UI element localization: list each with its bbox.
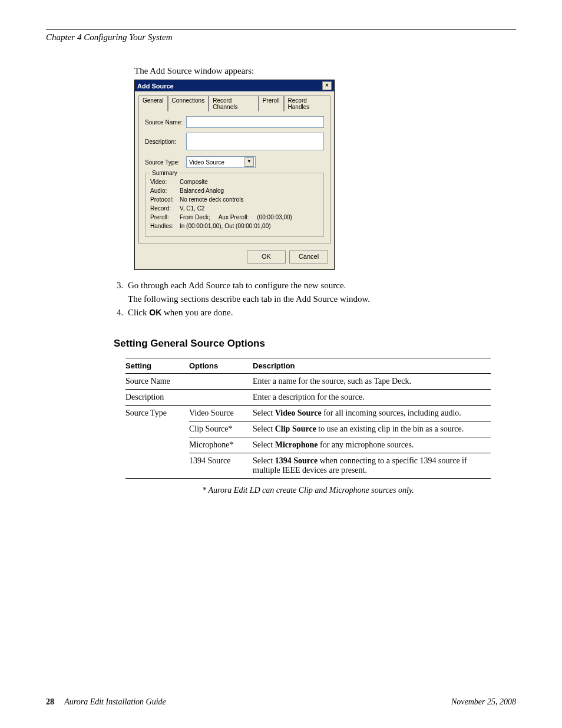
cell-desc: Select Microphone for any microphone sou…	[253, 437, 491, 453]
steps-list: Go through each Add Source tab to config…	[125, 281, 516, 318]
description-label: Description:	[145, 139, 186, 145]
step-3-text: Go through each Add Source tab to config…	[128, 281, 346, 290]
doc-title: Aurora Edit Installation Guide	[64, 697, 166, 706]
tab-panel-general: Source Name: Description: Source Type: V…	[138, 111, 330, 243]
cancel-button[interactable]: Cancel	[289, 251, 328, 263]
cell-desc: Select Video Source for all incoming sou…	[253, 406, 491, 421]
source-type-label: Source Type:	[145, 159, 186, 166]
section-heading: Setting General Source Options	[114, 338, 516, 350]
tab-connections[interactable]: Connections	[168, 95, 209, 111]
dialog-tab-strip: General Connections Record Channels Prer…	[135, 91, 334, 111]
summary-video-label: Video:	[150, 179, 180, 185]
summary-video-value: Composite	[180, 179, 208, 185]
settings-table: Setting Options Description Source Name …	[125, 358, 491, 479]
tab-record-handles[interactable]: Record Handles	[284, 95, 330, 111]
cell-option: 1394 Source	[189, 453, 253, 479]
page-number: 28	[46, 697, 54, 706]
table-row: Source Type Video Source Select Video So…	[125, 406, 491, 421]
summary-record-value: V, C1, C2	[180, 205, 204, 212]
cell-setting: Description	[125, 390, 189, 406]
step-4-pre: Click	[128, 308, 149, 317]
chapter-header: Chapter 4 Configuring Your System	[46, 32, 516, 42]
summary-record-label: Record:	[150, 205, 180, 212]
cell-desc: Select 1394 Source when connecting to a …	[253, 453, 491, 479]
col-header-options: Options	[189, 358, 253, 374]
summary-handles-label: Handles:	[150, 223, 180, 229]
cell-option: Video Source	[189, 406, 253, 421]
source-type-value: Video Source	[189, 159, 224, 166]
cell-option: Microphone*	[189, 437, 253, 453]
cell-option: Clip Source*	[189, 421, 253, 437]
tab-preroll[interactable]: Preroll	[259, 95, 284, 111]
dialog-title: Add Source	[137, 83, 174, 90]
step-4-post: when you are done.	[161, 308, 233, 317]
summary-protocol-value: No remote deck controls	[180, 196, 243, 203]
tab-general[interactable]: General	[138, 95, 168, 111]
step-3-sub: The following sections describe each tab…	[128, 294, 516, 304]
summary-handles-value: In (00:00:01,00), Out (00:00:01,00)	[180, 223, 271, 229]
cell-desc: Select Clip Source to use an existing cl…	[253, 421, 491, 437]
source-name-label: Source Name:	[145, 119, 186, 126]
summary-preroll-value-2: Aux Preroll:	[219, 214, 249, 220]
table-row: Description Enter a description for the …	[125, 390, 491, 406]
step-3: Go through each Add Source tab to config…	[125, 281, 516, 304]
dialog-titlebar: Add Source ×	[135, 80, 334, 91]
summary-audio-label: Audio:	[150, 187, 180, 194]
chevron-down-icon: ▼	[244, 157, 254, 167]
step-4: Click OK when you are done.	[125, 308, 516, 318]
cell-desc: Enter a name for the source, such as Tap…	[253, 374, 491, 390]
summary-legend: Summary	[150, 170, 179, 176]
source-name-input[interactable]	[186, 116, 324, 128]
table-row: Source Name Enter a name for the source,…	[125, 374, 491, 390]
summary-fieldset: Summary Video:Composite Audio:Balanced A…	[145, 173, 324, 237]
page-footer: 28 Aurora Edit Installation Guide Novemb…	[46, 697, 516, 707]
tab-record-channels[interactable]: Record Channels	[209, 95, 258, 111]
cell-desc: Enter a description for the source.	[253, 390, 491, 406]
col-header-setting: Setting	[125, 358, 189, 374]
step-4-bold: OK	[149, 308, 161, 317]
add-source-dialog: Add Source × General Connections Record …	[134, 80, 335, 270]
intro-text: The Add Source window appears:	[134, 66, 516, 76]
summary-audio-value: Balanced Analog	[180, 187, 224, 194]
cell-option	[189, 374, 253, 390]
ok-button[interactable]: OK	[247, 251, 286, 263]
cell-setting: Source Type	[125, 406, 189, 479]
summary-preroll-label: Preroll:	[150, 214, 180, 220]
summary-preroll-value-3: (00:00:03,00)	[257, 214, 292, 220]
col-header-description: Description	[253, 358, 491, 374]
table-footnote: * Aurora Edit LD can create Clip and Mic…	[125, 486, 491, 495]
close-icon[interactable]: ×	[322, 81, 332, 90]
footer-date: November 25, 2008	[451, 697, 516, 707]
summary-preroll-value-1: From Deck;	[180, 214, 210, 220]
cell-option	[189, 390, 253, 406]
summary-protocol-label: Protocol:	[150, 196, 180, 203]
cell-setting: Source Name	[125, 374, 189, 390]
description-input[interactable]	[186, 133, 324, 150]
source-type-select[interactable]: Video Source ▼	[186, 156, 256, 168]
